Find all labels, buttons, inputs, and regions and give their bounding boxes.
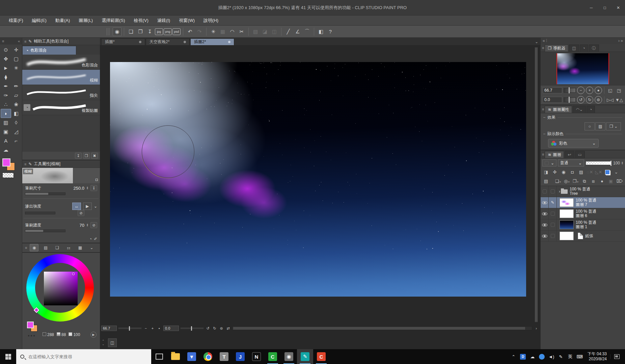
canvas-rotate-value[interactable]: 0.0 [163, 326, 179, 331]
layer-opacity-spinner[interactable]: ▲▼ [621, 161, 623, 165]
floppy-app-button[interactable]: ▼ [184, 349, 200, 364]
vertical-scrollbar[interactable] [534, 47, 538, 323]
color-slider-toggle-icon[interactable]: ▶ [90, 332, 97, 338]
zoom-reset-icon[interactable]: ▪ [157, 326, 162, 331]
canvas-rotate-slider[interactable] [180, 327, 204, 329]
nav-zoom-out-icon[interactable]: − [577, 87, 585, 94]
close-button[interactable]: ✕ [612, 3, 625, 13]
canvas-zoom-slider[interactable] [118, 327, 142, 329]
menu-filter[interactable]: 濾鏡(I) [153, 16, 174, 25]
help-icon[interactable]: ? [326, 27, 335, 36]
effect-layer-color-icon[interactable]: ❐ ⌄ [606, 122, 621, 130]
toolbar-grip[interactable] [107, 28, 109, 35]
frame-border-tool[interactable]: ▣ [1, 127, 11, 136]
undo-icon[interactable]: ↶ [186, 27, 194, 36]
fill-tool[interactable]: ◧ [11, 109, 22, 118]
nav-flip-horizontal-icon[interactable]: ▷◁ [606, 96, 614, 103]
set-as-selection-source-icon[interactable]: ◌✕ [586, 169, 594, 176]
rotate-right-icon[interactable]: ↻ [212, 326, 217, 331]
tab-information[interactable]: ⓘ [589, 44, 599, 52]
brush-tool[interactable]: ✑ [1, 91, 11, 100]
subtool-item-fingertip[interactable]: 指尖 [22, 85, 100, 100]
touch-keyboard-icon[interactable]: ⌨ [575, 349, 584, 364]
tray-blue-circle-icon[interactable] [538, 349, 546, 364]
dock-collapse-left-icon[interactable]: « [543, 38, 545, 43]
ruler-tool[interactable]: ⌐ [11, 136, 22, 145]
blend-strength-chevron-icon[interactable]: ⌄ [94, 204, 97, 209]
csp-app-button[interactable]: ◉ [281, 349, 297, 364]
document-tab-3-active[interactable]: 插圖2* [190, 38, 234, 45]
edit-checkbox[interactable] [551, 223, 555, 227]
polyline-tool[interactable]: ◿ [11, 127, 22, 136]
edit-checkbox[interactable] [551, 189, 555, 193]
display-color-dropdown[interactable]: 彩色 ⌄ [548, 139, 599, 148]
document-tab-1[interactable]: 插圖* [101, 38, 145, 45]
duplicate-subtool-icon[interactable]: ❐ [83, 153, 90, 159]
zoom-in-icon[interactable]: + [150, 326, 155, 331]
marquee-tool[interactable]: ▢ [11, 54, 22, 63]
pen-app-button[interactable]: ✎ [297, 349, 313, 364]
new-vector-layer-icon[interactable]: ◎₊ [563, 178, 571, 185]
tab-navigator[interactable]: ❐ 導航器 [545, 44, 568, 52]
taskbar-search[interactable] [16, 349, 151, 364]
input-language-indicator[interactable]: 英 [566, 349, 575, 364]
layer-row-layer1[interactable]: 100 % 普通 圖層 1 [541, 219, 625, 231]
export-jpg-icon[interactable]: jpg [155, 28, 163, 35]
deselect-icon[interactable]: ▧ [251, 27, 260, 36]
blend-mode-dropdown[interactable]: 普通⌄ [558, 159, 584, 166]
layer-thumbnail[interactable] [560, 198, 574, 207]
j-app-button[interactable]: J [232, 349, 248, 364]
layer-row-layer7-selected[interactable]: ✎ 100 % 普通 圖層 7 [541, 197, 625, 208]
brush-size-preset-icon[interactable]: ↧ [90, 185, 97, 191]
balloon-tool[interactable]: ☁ [1, 145, 11, 154]
zoom-out-icon[interactable]: − [143, 326, 148, 331]
transfer-to-lower-layer-icon[interactable]: ⧉ [581, 178, 588, 185]
layer-name[interactable]: Tree [570, 191, 590, 196]
navigator-zoom-value[interactable]: 66.7 [543, 87, 562, 93]
dock-grip-icon[interactable]: ⫶ [546, 38, 547, 43]
maximize-button[interactable]: □ [598, 3, 612, 13]
export-psd-icon[interactable]: psd [172, 28, 181, 35]
zoom-tool[interactable]: ⊙ [1, 45, 11, 54]
export-png-icon[interactable]: png [164, 28, 172, 35]
tool-property-menu-icon[interactable]: ≡ [24, 162, 26, 166]
move-layer-tool[interactable]: ✥ [1, 54, 11, 63]
invert-selection-icon[interactable]: ◪ [261, 27, 269, 36]
layer-name[interactable]: 圖層 6 [576, 214, 596, 218]
brush-size-tab-icon[interactable]: ◉ [30, 244, 38, 251]
subtool-item-copy-stamp[interactable]: ◔ 複製貼圖 [22, 100, 100, 115]
advanced-settings-icon[interactable]: ✐ [94, 237, 97, 241]
trim-canvas-icon[interactable]: ✂ [237, 27, 246, 36]
tab-layer-search[interactable]: ↩ [565, 151, 574, 158]
blend-tool[interactable]: ◗ [1, 109, 11, 118]
open-file-icon[interactable]: ❐ [136, 27, 145, 36]
navigator-preview[interactable] [541, 52, 625, 86]
nav-rotate-left-icon[interactable]: ↺ [577, 96, 585, 103]
visibility-eye-icon[interactable] [542, 223, 547, 226]
visibility-eye-icon[interactable] [542, 212, 547, 215]
layer-row-tree[interactable]: › 100 % 普通 Tree [541, 186, 625, 197]
search-input[interactable] [28, 354, 136, 360]
canvas-zoom-value[interactable]: 66.7 [101, 326, 117, 331]
task-view-button[interactable] [151, 349, 167, 364]
tab-layer-property[interactable]: ≋ 圖層屬性 [545, 106, 572, 113]
redo-icon[interactable]: ↷ [195, 27, 204, 36]
brushbar-chevron-icon[interactable]: ⌄ [87, 244, 96, 251]
create-layer-mask-icon[interactable]: ● [598, 178, 606, 185]
register-subtool-icon[interactable]: ↧ [75, 153, 82, 159]
foreground-color-swatch[interactable] [2, 158, 10, 166]
layer-palette-color-dropdown[interactable]: ⌄ [542, 159, 556, 166]
layer-color-chevron-icon[interactable]: ⌄ [613, 169, 620, 176]
snap-ruler-icon[interactable]: ▦ [218, 27, 227, 36]
hue-ring[interactable] [26, 254, 94, 322]
figure-tool[interactable]: ◊ [11, 118, 22, 127]
brush-size-menu-icon[interactable]: ≡ [25, 246, 27, 250]
blend-strength-pen-pressure-icon[interactable]: ↔ [72, 203, 81, 210]
menu-selection[interactable]: 選擇範圍(S) [98, 16, 129, 25]
tab-subview[interactable]: ◫ [569, 44, 579, 52]
layer-thumbnail[interactable] [560, 220, 574, 229]
layer-property-menu-icon[interactable]: ≡ [542, 107, 544, 111]
pen-tool[interactable]: ✒ [1, 82, 11, 91]
material-3d-icon[interactable]: ◧ [317, 27, 325, 36]
folder-expand-icon[interactable]: › [559, 189, 560, 194]
